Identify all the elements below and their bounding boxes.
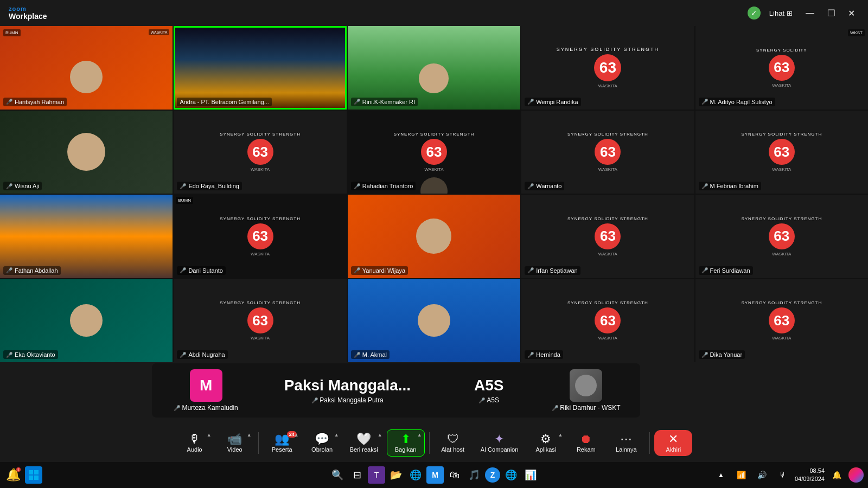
sep-3 [649, 432, 650, 454]
ai-companion-button[interactable]: ✦ AI Companion [474, 430, 525, 456]
obrolan-caret: ▲ [334, 432, 339, 438]
taskbar: 🔔 1 🔍 ⊟ T 📂 🌐 M 🛍 🎵 Z 🌐 📊 ▲ 📶 🔊 🎙 [0, 462, 868, 488]
video-tile-19: SYNERGY SOLIDITY STRENGTH 63 WASKITA 🎤 H… [521, 279, 694, 363]
beri-reaksi-button[interactable]: ▲ 🤍 Beri reaksi [343, 430, 385, 456]
notification-icon[interactable]: 🔔 1 [4, 466, 22, 484]
bagikan-caret: ▲ [417, 432, 422, 438]
taskbar-app-m[interactable]: M [426, 466, 444, 484]
video-icon: 📹 [227, 433, 242, 445]
speaker-name-paksi: 🎤 Paksi Manggala Putra [311, 396, 383, 404]
speaker-name-murteza: 🎤 Murteza Kamaludin [174, 404, 238, 412]
akhiri-button[interactable]: ✕ Akhiri [654, 430, 692, 456]
taskbar-store[interactable]: 🛍 [446, 466, 463, 484]
speaker-avatar-riki [570, 369, 602, 402]
tile-name-16: 🎤 Eka Oktavianto [3, 350, 58, 359]
taskbar-file-explorer[interactable]: 📂 [387, 466, 405, 484]
notification-badge: 1 [16, 467, 21, 472]
tile-name-17: 🎤 Abdi Nugraha [177, 350, 227, 359]
video-tile-12: SYNERGY SOLIDITY STRENGTH 63 WASKITA BUM… [174, 195, 346, 278]
minimize-button[interactable]: — [801, 7, 819, 20]
speaker-item-a5s: A5S 🎤 A5S [441, 373, 538, 408]
taskbar-mic[interactable]: 🎙 [774, 466, 792, 484]
bagikan-icon: ⬆ [401, 433, 411, 445]
tile-name-13: 🎤 Yanuardi Wijaya [351, 266, 408, 275]
aplikasi-button[interactable]: ▲ ⚙ Aplikasi [527, 430, 565, 456]
speaker-item-paksi: Paksi Manggala... 🎤 Paksi Manggala Putra [254, 373, 440, 408]
window-controls: — ❐ ✕ [801, 7, 859, 20]
video-tile-14: SYNERGY SOLIDITY STRENGTH 63 WASKITA 🎤 I… [521, 195, 694, 278]
taskbar-color-accent[interactable] [848, 467, 864, 483]
tile-name-3: 🎤 Rini.K-Kemnaker RI [351, 98, 418, 106]
taskbar-chevron[interactable]: ▲ [712, 466, 730, 484]
video-grid: BUMN WASKITA 🎤 Haritsyah Rahman Andra - … [0, 26, 868, 362]
tile-name-6: 🎤 Wisnu Aji [3, 182, 42, 190]
video-tile-1: BUMN WASKITA 🎤 Haritsyah Rahman [0, 26, 173, 110]
taskbar-speaker[interactable]: 🔊 [754, 466, 771, 484]
sep-1 [258, 432, 259, 454]
speaker-avatar-murteza: M [190, 369, 222, 402]
audio-icon: 🎙 [189, 433, 201, 445]
tile-name-2: Andra - PT. Betracom Gemilang... [177, 98, 271, 106]
taskbar-zoom[interactable]: Z [485, 467, 500, 483]
speaker-item-riki: 🎤 Riki Damhur - WSKT [538, 365, 635, 416]
mic-icon-murteza: 🎤 [174, 405, 180, 411]
obrolan-button[interactable]: ▲ 💬 Obrolan [303, 430, 341, 456]
video-caret: ▲ [247, 432, 252, 438]
svg-rect-0 [29, 470, 33, 474]
taskbar-right: ▲ 📶 🔊 🎙 08.54 04/09/2024 🔔 [577, 466, 864, 484]
obrolan-icon: 💬 [315, 433, 329, 445]
video-tile-18: 🎤 M. Akmal [348, 279, 520, 363]
svg-rect-3 [34, 476, 39, 480]
taskbar-teams[interactable]: T [368, 466, 385, 484]
svg-rect-2 [29, 476, 33, 480]
taskbar-search[interactable]: 🔍 [329, 466, 346, 484]
titlebar: zoom Workplace ✓ Lihat ⊞ — ❐ ✕ [0, 0, 868, 26]
speaker-bar: M 🎤 Murteza Kamaludin Paksi Manggala... … [152, 363, 640, 418]
alat-host-button[interactable]: 🛡 Alat host [434, 430, 472, 456]
tile-name-20: 🎤 Dika Yanuar [699, 350, 745, 359]
close-button[interactable]: ✕ [844, 7, 859, 20]
taskbar-notification[interactable]: 🔔 [828, 466, 845, 484]
tile-name-5: 🎤 M. Adityo Ragil Sulistyo [699, 98, 775, 106]
audio-button[interactable]: ▲ 🎙 Audio [176, 430, 214, 456]
video-tile-8: SYNERGY SOLIDITY STRENGTH 63 WASKITA 🎤 R… [348, 111, 520, 194]
svg-rect-1 [34, 470, 39, 474]
video-tile-13: 🎤 Yanuardi Wijaya [348, 195, 520, 278]
aplikasi-caret: ▲ [558, 432, 563, 438]
taskbar-excel[interactable]: 📊 [522, 466, 539, 484]
taskbar-edge[interactable]: 🌐 [407, 466, 424, 484]
maximize-button[interactable]: ❐ [823, 7, 839, 20]
akhiri-icon: ✕ [668, 433, 678, 445]
sep-2 [429, 432, 430, 454]
audio-caret: ▲ [207, 432, 212, 438]
start-button[interactable] [25, 466, 42, 484]
taskbar-chrome[interactable]: 🌐 [502, 466, 520, 484]
video-button[interactable]: ▲ 📹 Video [216, 430, 254, 456]
bagikan-button[interactable]: ▲ ⬆ Bagikan [387, 429, 425, 457]
taskbar-network[interactable]: 📶 [733, 466, 750, 484]
video-tile-15: SYNERGY SOLIDITY STRENGTH 63 WASKITA 🎤 F… [695, 195, 868, 278]
view-button[interactable]: Lihat ⊞ [769, 9, 793, 17]
taskbar-center: 🔍 ⊟ T 📂 🌐 M 🛍 🎵 Z 🌐 📊 [291, 466, 577, 484]
speaker-main-label-paksi: Paksi Manggala... [284, 377, 411, 394]
video-tile-4: SYNERGY SOLIDITY STRENGTH 63 WASKITA 🎤 W… [521, 26, 694, 110]
taskbar-spotify[interactable]: 🎵 [465, 466, 483, 484]
peserta-button[interactable]: 24 ▲ 👥 Peserta [263, 430, 301, 456]
speaker-item-murteza: M 🎤 Murteza Kamaludin [157, 365, 254, 416]
taskbar-task-view[interactable]: ⊟ [348, 466, 366, 484]
mic-off-icon-1: 🎤 [6, 99, 12, 105]
tile-name-4: 🎤 Wempi Randika [525, 98, 580, 106]
app-branding: zoom Workplace [9, 5, 47, 21]
lainnya-button[interactable]: ⋯ Lainnya [607, 430, 645, 456]
video-tile-17: SYNERGY SOLIDITY STRENGTH 63 WASKITA 🎤 A… [174, 279, 346, 363]
peserta-caret: ▲ [294, 432, 299, 438]
video-tile-2: Andra - PT. Betracom Gemilang... [174, 26, 346, 110]
video-tile-5: SYNERGY SOLIDITY 63 WASKITA WKST 🎤 M. Ad… [695, 26, 868, 110]
video-tile-9: SYNERGY SOLIDITY STRENGTH 63 WASKITA 🎤 W… [521, 111, 694, 194]
video-tile-7: SYNERGY SOLIDITY STRENGTH 63 WASKITA 🎤 E… [174, 111, 346, 194]
tile-name-14: 🎤 Irfan Septiawan [525, 266, 580, 275]
speaker-main-label-a5s: A5S [474, 377, 503, 394]
tile-name-10: 🎤 M Febrian Ibrahim [699, 182, 761, 190]
toolbar: ▲ 🎙 Audio ▲ 📹 Video 24 ▲ 👥 Peserta ▲ 💬 O… [0, 424, 868, 462]
rekam-button[interactable]: ⏺ Rekam [567, 430, 605, 456]
